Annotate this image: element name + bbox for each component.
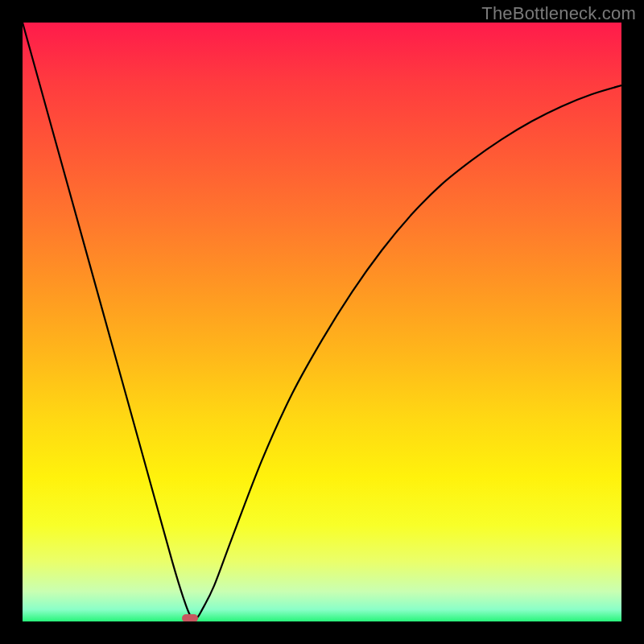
curve-path	[23, 23, 621, 619]
bottleneck-curve	[23, 23, 621, 621]
watermark: TheBottleneck.com	[481, 3, 636, 24]
minimum-marker	[182, 614, 198, 621]
chart-frame: TheBottleneck.com	[0, 0, 644, 644]
plot-area	[23, 23, 621, 621]
